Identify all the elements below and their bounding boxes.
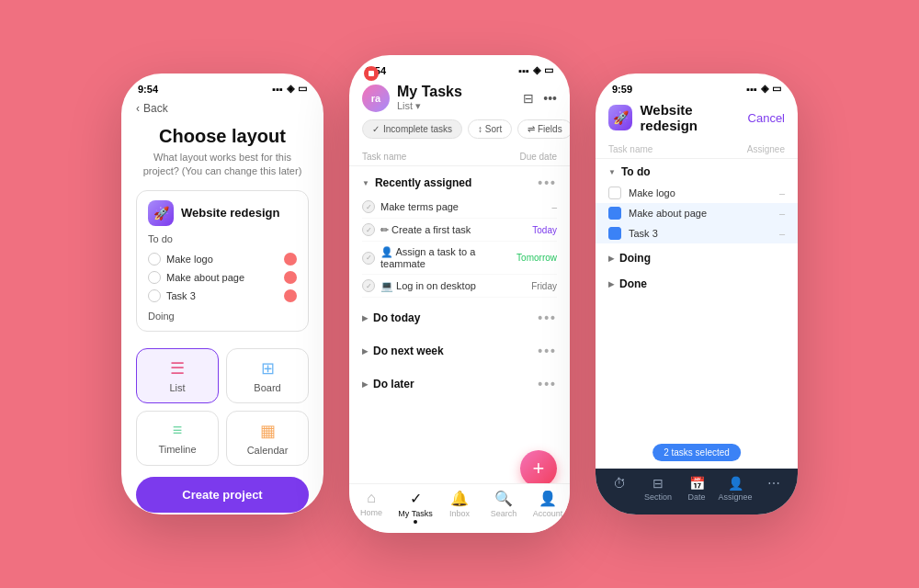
action-assignee-label: Assignee — [718, 492, 752, 502]
avatar-initials: ra — [371, 93, 380, 104]
section-do-next-week: ▶ Do next week ••• — [349, 334, 570, 368]
nav-mytasks-label: My Tasks — [398, 509, 432, 518]
record-indicator — [364, 66, 379, 81]
cancel-button[interactable]: Cancel — [748, 111, 785, 125]
section-more-icon[interactable]: ••• — [538, 377, 557, 391]
section-header: ▶ Done — [608, 273, 785, 295]
task-name: Make terms page — [380, 201, 459, 212]
todo-section-label: To do — [148, 233, 297, 244]
time-1: 9:54 — [138, 84, 158, 95]
layout-timeline-option[interactable]: ≡ Timeline — [136, 411, 219, 466]
action-timer[interactable]: ⏱ — [601, 476, 638, 502]
action-section[interactable]: ⊟ Section — [640, 476, 676, 502]
task-checkbox[interactable] — [608, 187, 621, 199]
filter-fields[interactable]: ⇌ Fields — [517, 119, 570, 139]
section-do-today: ▶ Do today ••• — [349, 301, 570, 334]
add-task-fab[interactable]: + — [520, 450, 557, 487]
assignee: – — [779, 187, 785, 198]
page-title: My Tasks — [397, 84, 462, 100]
avatar: ra — [362, 85, 390, 112]
wifi-icon: ◈ — [287, 83, 294, 95]
task-checkbox[interactable]: ✓ — [362, 223, 375, 236]
col-task-name: Task name — [362, 152, 406, 162]
task-checkbox[interactable]: ✓ — [362, 200, 375, 213]
section-doing: ▶ Doing — [596, 245, 798, 271]
task-name: Make about page — [166, 272, 244, 283]
section-name: To do — [621, 165, 651, 178]
expand-icon[interactable]: ▶ — [362, 380, 368, 389]
filter-incomplete[interactable]: ✓ Incomplete tasks — [362, 119, 462, 139]
list-icon: ☰ — [170, 358, 185, 379]
list-item[interactable]: ✓Make terms page – — [362, 196, 557, 219]
date-icon: 📅 — [689, 476, 705, 491]
home-icon: ⌂ — [367, 490, 376, 506]
task-checkbox[interactable]: ✓ — [362, 279, 375, 292]
assignee: – — [779, 208, 785, 219]
active-indicator — [414, 520, 417, 524]
phone-2: 9:54 ▪▪▪ ◈ ▭ ra My Tasks List ▾ ⊟ ••• — [349, 55, 570, 533]
list-item[interactable]: Make about page – — [596, 203, 798, 223]
wifi-icon: ◈ — [761, 83, 768, 95]
filter-icon[interactable]: ⊟ — [523, 91, 534, 106]
layout-calendar-option[interactable]: ▦ Calendar — [226, 411, 309, 466]
filter-sort[interactable]: ↕ Sort — [468, 119, 512, 139]
task-name: ✏ Create a first task — [380, 224, 471, 236]
list-item[interactable]: ✓👤 Assign a task to a teammate Tomorrow — [362, 242, 557, 275]
task-name: Task 3 — [629, 228, 658, 239]
layout-board-option[interactable]: ⊞ Board — [226, 348, 309, 403]
layout-grid: ☰ List ⊞ Board ≡ Timeline ▦ Calendar — [121, 341, 323, 477]
section-more-icon[interactable]: ••• — [538, 311, 557, 325]
section-icon: ⊟ — [652, 476, 664, 491]
section-name: Do next week — [373, 345, 444, 357]
bottom-action-bar: ⏱ ⊟ Section 📅 Date 👤 Assignee ⋯ — [596, 469, 798, 514]
nav-account[interactable]: 👤 Account — [526, 490, 570, 524]
back-label[interactable]: Back — [143, 102, 168, 115]
expand-icon[interactable]: ▼ — [362, 179, 369, 187]
create-project-button[interactable]: Create project — [136, 477, 309, 513]
action-more[interactable]: ⋯ — [755, 476, 792, 502]
section-header-left: ▼ Recently assigned — [362, 176, 471, 189]
signal-icon: ▪▪▪ — [746, 84, 757, 95]
expand-icon[interactable]: ▶ — [608, 280, 614, 288]
expand-icon[interactable]: ▶ — [362, 314, 368, 322]
table-header: Task name Assignee — [596, 141, 798, 159]
check-icon: ✓ — [372, 124, 380, 134]
nav-search[interactable]: 🔍 Search — [482, 490, 526, 524]
list-item: Make about page — [148, 268, 297, 287]
project-name: Website redesign — [181, 206, 279, 220]
task-checkbox[interactable]: ✓ — [362, 252, 375, 265]
task-checkbox — [148, 253, 161, 266]
expand-icon[interactable]: ▶ — [362, 347, 368, 356]
fields-label: ⇌ Fields — [528, 124, 562, 134]
battery-icon: ▭ — [544, 64, 553, 76]
task-indicator — [284, 289, 297, 302]
section-more-icon[interactable]: ••• — [538, 344, 557, 358]
layout-timeline-label: Timeline — [158, 444, 196, 455]
list-item[interactable]: ✓✏ Create a first task Today — [362, 219, 557, 242]
task-indicator — [284, 271, 297, 284]
calendar-icon: ▦ — [260, 421, 276, 441]
back-nav[interactable]: ‹ Back — [121, 98, 323, 115]
task-checkbox[interactable] — [608, 227, 621, 240]
task-checkbox[interactable] — [608, 207, 621, 220]
layout-list-option[interactable]: ☰ List — [136, 348, 219, 403]
action-assignee[interactable]: 👤 Assignee — [717, 476, 754, 502]
task-name: Make about page — [629, 208, 707, 219]
nav-home[interactable]: ⌂ Home — [349, 490, 393, 524]
list-item[interactable]: Make logo – — [608, 183, 785, 203]
title-row: ra My Tasks List ▾ — [362, 84, 462, 112]
list-item[interactable]: ✓💻 Log in on desktop Friday — [362, 275, 557, 298]
nav-mytasks[interactable]: ✓ My Tasks — [393, 490, 437, 524]
list-item[interactable]: Task 3 – — [596, 223, 798, 243]
status-icons-1: ▪▪▪ ◈ ▭ — [272, 83, 307, 95]
expand-icon[interactable]: ▶ — [608, 254, 614, 263]
view-label[interactable]: List ▾ — [397, 100, 462, 112]
status-bar-1: 9:54 ▪▪▪ ◈ ▭ — [121, 74, 323, 98]
section-more-icon[interactable]: ••• — [538, 175, 557, 190]
nav-inbox[interactable]: 🔔 Inbox — [437, 490, 482, 524]
action-date[interactable]: 📅 Date — [678, 476, 715, 502]
more-icon[interactable]: ••• — [543, 91, 557, 106]
nav-home-label: Home — [360, 508, 382, 517]
task-name: Task 3 — [166, 290, 196, 301]
expand-icon[interactable]: ▼ — [608, 168, 616, 176]
